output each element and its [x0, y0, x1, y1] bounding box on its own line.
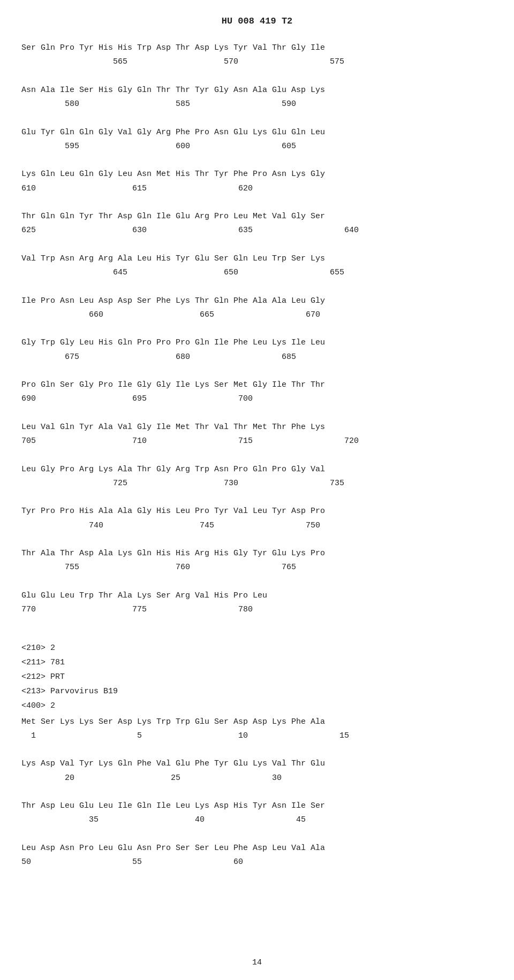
page-number: 14: [0, 958, 514, 967]
sequence-content: Ser Gln Pro Tyr His His Trp Asp Thr Asp …: [21, 41, 493, 631]
page-title: HU 008 419 T2: [21, 16, 493, 26]
second-sequence-content: Met Ser Lys Lys Ser Asp Lys Trp Trp Glu …: [21, 715, 493, 870]
page: HU 008 419 T2 Ser Gln Pro Tyr His His Tr…: [0, 0, 514, 980]
metadata-line-4: <213> Parvovirus B19: [21, 684, 493, 699]
metadata-line-3: <212> PRT: [21, 670, 493, 684]
metadata-block: <210> 2 <211> 781 <212> PRT <213> Parvov…: [21, 641, 493, 713]
metadata-line-5: <400> 2: [21, 699, 493, 713]
metadata-line-1: <210> 2: [21, 641, 493, 655]
metadata-line-2: <211> 781: [21, 655, 493, 670]
